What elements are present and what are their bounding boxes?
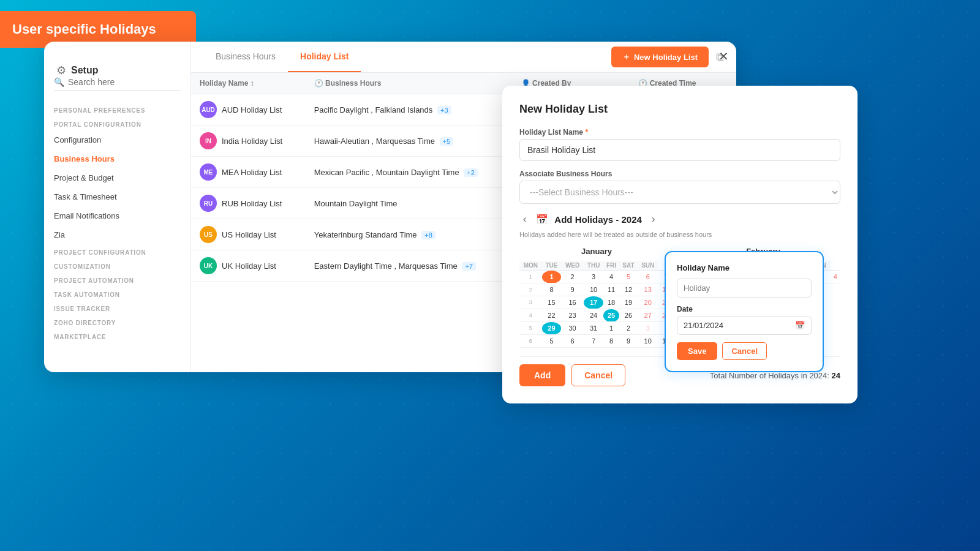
cal-day[interactable]: 20 <box>638 296 658 309</box>
add-holidays-title: Add Holidays - 2024 <box>554 214 642 225</box>
cal-day cal-muted[interactable]: 5 <box>542 335 561 348</box>
section-label-portal: PORTAL CONFIGURATION <box>44 116 190 130</box>
business-hours-select[interactable]: ---Select Business Hours--- <box>519 181 840 204</box>
tooltip-actions: Save Cancel <box>677 342 812 360</box>
bh-mea: Mexican Pacific , Mountain Daylight Time… <box>306 157 513 188</box>
cancel-button[interactable]: Cancel <box>571 364 625 386</box>
section-label-project-config: PROJECT CONFIGURATION <box>44 244 190 258</box>
cal-day cal-muted[interactable]: 8 <box>603 335 619 348</box>
col-business-hours: 🕐 Business Hours <box>306 73 513 94</box>
section-label-project-automation: PROJECT AUTOMATION <box>44 272 190 287</box>
tooltip-cancel-button[interactable]: Cancel <box>722 342 767 360</box>
cal-day[interactable]: 23 <box>561 309 584 322</box>
cal-day[interactable]: 3 <box>584 271 603 283</box>
tooltip-save-button[interactable]: Save <box>677 342 717 360</box>
col-holiday-name: Holiday Name ↕ <box>191 73 306 94</box>
cal-day cal-muted[interactable]: 3 <box>638 322 658 335</box>
holiday-name-input[interactable] <box>519 139 840 161</box>
cal-day cal-muted[interactable]: 10 <box>638 335 658 348</box>
tooltip-title: Holiday Name <box>677 263 812 272</box>
sidebar-item-business-hours[interactable]: Business Hours <box>44 149 190 168</box>
cal-day[interactable]: 2 <box>561 271 584 283</box>
week-label: 5 <box>519 322 542 335</box>
section-label-zoho-directory: ZOHO DIRECTORY <box>44 315 190 329</box>
cal-day[interactable]: 25 <box>603 309 619 322</box>
tabs: Business Hours Holiday List <box>203 42 361 72</box>
search-input[interactable] <box>68 77 181 87</box>
section-label-marketplace: MARKETPLACE <box>44 329 190 343</box>
cal-day[interactable]: 24 <box>584 309 603 322</box>
calendar-january: January MONTUEWEDTHUFRISATSUN 1 1 2 3 4 … <box>519 247 674 348</box>
page-title: User specific Holidays <box>12 21 156 37</box>
sidebar-item-email-notifications[interactable]: Email Notifications <box>44 206 190 225</box>
cal-day[interactable]: 10 <box>584 283 603 296</box>
cal-day[interactable]: 16 <box>561 296 584 309</box>
badge-india: IN <box>200 132 217 149</box>
sidebar-item-configuration[interactable]: Configuration <box>44 130 190 149</box>
add-button[interactable]: Add <box>519 364 565 386</box>
cal-day[interactable]: 30 <box>561 322 584 335</box>
cal-day[interactable]: 6 <box>638 271 658 283</box>
cal-day[interactable]: 1 <box>542 271 561 283</box>
cal-day cal-muted[interactable]: 7 <box>584 335 603 348</box>
sidebar-item-project-budget[interactable]: Project & Budget <box>44 168 190 187</box>
tooltip-date-field[interactable]: 21/01/2024 📅 <box>677 316 812 335</box>
cal-day cal-muted[interactable]: 2 <box>619 322 638 335</box>
tabs-bar: Business Hours Holiday List ＋ New Holida… <box>191 42 736 73</box>
cal-prev-button[interactable]: ‹ <box>519 212 530 226</box>
cal-day[interactable]: 31 <box>584 322 603 335</box>
cal-day[interactable]: 13 <box>638 283 658 296</box>
week-label: 1 <box>519 271 542 283</box>
section-label-task-automation: TASK AUTOMATION <box>44 287 190 301</box>
bh-uk: Eastern Daylight Time , Marquesas Time +… <box>306 250 513 282</box>
cal-note: Holidays added here will be treated as o… <box>519 231 840 238</box>
tabs-right: ＋ New Holiday List ⧉ <box>611 47 724 67</box>
section-label-issue-tracker: ISSUE TRACKER <box>44 301 190 315</box>
tab-holiday-list[interactable]: Holiday List <box>288 42 361 72</box>
close-button[interactable]: ✕ <box>718 49 729 64</box>
bh-us: Yekaterinburg Standard Time +8 <box>306 219 513 250</box>
new-holiday-list-button[interactable]: ＋ New Holiday List <box>611 47 709 67</box>
tab-business-hours[interactable]: Business Hours <box>203 42 288 72</box>
cal-day[interactable]: 26 <box>619 309 638 322</box>
tooltip-date-value: 21/01/2024 <box>684 321 723 330</box>
cal-day[interactable]: 4 <box>603 271 619 283</box>
week-label: 4 <box>519 309 542 322</box>
cal-day[interactable]: 22 <box>542 309 561 322</box>
total-value: 24 <box>832 371 840 380</box>
cal-day[interactable]: 17 <box>584 296 603 309</box>
name-label: Holiday List Name * <box>519 128 840 137</box>
jan-title: January <box>519 247 674 256</box>
cal-day[interactable]: 27 <box>638 309 658 322</box>
setup-title: Setup <box>71 65 98 76</box>
cal-day cal-muted[interactable]: 6 <box>561 335 584 348</box>
cal-next-button[interactable]: › <box>648 212 658 226</box>
cal-day[interactable]: 8 <box>542 283 561 296</box>
cal-day[interactable]: 18 <box>603 296 619 309</box>
cal-day[interactable]: 29 <box>542 322 561 335</box>
sidebar-item-task-timesheet[interactable]: Task & Timesheet <box>44 187 190 206</box>
sidebar-search[interactable]: 🔍 <box>54 77 181 91</box>
badge-aud: AUD <box>200 101 217 118</box>
cal-day[interactable]: 19 <box>619 296 638 309</box>
sidebar-item-zia[interactable]: Zia <box>44 225 190 244</box>
cal-day[interactable]: 9 <box>561 283 584 296</box>
section-label-personal: PERSONAL PREFERENCES <box>44 102 190 116</box>
cal-day cal-muted[interactable]: 1 <box>603 322 619 335</box>
badge-rub: RU <box>200 195 217 212</box>
footer-buttons: Add Cancel <box>519 364 625 386</box>
tooltip-name-input[interactable] <box>677 279 812 298</box>
calendar-header: ‹ 📅 Add Holidays - 2024 › <box>519 212 840 226</box>
week-label: 2 <box>519 283 542 296</box>
cal-day cal-muted[interactable]: 9 <box>619 335 638 348</box>
cal-day[interactable]: 5 <box>619 271 638 283</box>
cal-day[interactable]: 12 <box>619 283 638 296</box>
plus-icon: ＋ <box>622 51 630 62</box>
bh-aud: Pacific Daylight , Falkland Islands +3 <box>306 94 513 126</box>
week-label: 6 <box>519 335 542 348</box>
cal-day[interactable]: 11 <box>603 283 619 296</box>
cal-day[interactable]: 15 <box>542 296 561 309</box>
badge-us: US <box>200 226 217 243</box>
bh-rub: Mountain Daylight Time <box>306 188 513 219</box>
cal-day[interactable]: 4 <box>830 271 840 283</box>
